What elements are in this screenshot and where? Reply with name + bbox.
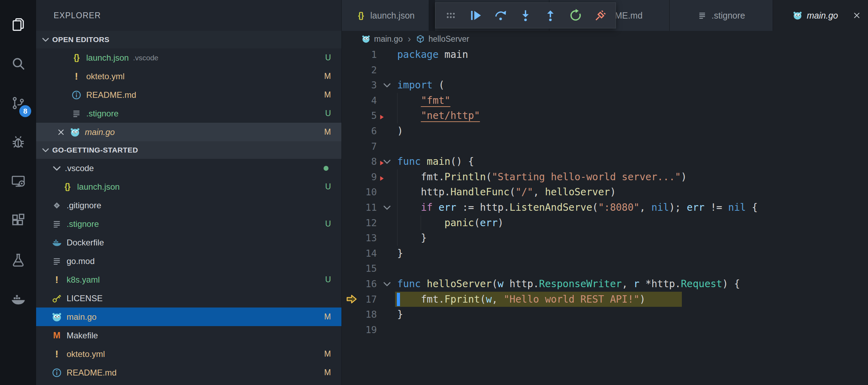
gripper-icon: [443, 8, 458, 23]
tree-item-main.go[interactable]: main.goM: [36, 308, 341, 326]
tree-item-README.md[interactable]: README.mdM: [36, 363, 341, 382]
code-line-content: [397, 62, 868, 78]
code-line-12[interactable]: 12panic(err): [342, 215, 868, 231]
code-line-14[interactable]: 14}: [342, 246, 868, 261]
section-folder-root[interactable]: GO-GETTING-STARTED: [36, 141, 341, 159]
code-line-16[interactable]: 16func helloServer(w http.ResponseWriter…: [342, 276, 868, 292]
makefile-icon: M: [52, 330, 62, 341]
open-editor-launch.json[interactable]: {}launch.json.vscodeU: [36, 48, 341, 67]
code-line-6[interactable]: 6): [342, 123, 868, 139]
activity-item-docker[interactable]: [0, 280, 36, 319]
close-icon[interactable]: [55, 126, 67, 138]
debug-step-over-button[interactable]: [489, 5, 512, 26]
code-line-19[interactable]: 19: [342, 322, 868, 338]
sidebar-title: EXPLORER: [36, 0, 341, 31]
code-line-18[interactable]: 18}: [342, 307, 868, 322]
debug-step-out-button[interactable]: [539, 5, 562, 26]
code-line-5[interactable]: 5"net/http": [342, 108, 868, 123]
changes-dot: [324, 166, 328, 171]
debug-drag-handle-button[interactable]: [439, 5, 462, 26]
git-status-badge: M: [321, 349, 331, 359]
fold-chevron-icon[interactable]: [382, 279, 392, 289]
tree-item-Dockerfile[interactable]: Dockerfile: [36, 233, 341, 252]
code-token: w: [498, 278, 504, 290]
close-icon[interactable]: [851, 10, 862, 21]
open-editor-main.go[interactable]: main.goM: [36, 123, 341, 141]
open-editor-okteto.yml[interactable]: !okteto.ymlM: [36, 67, 341, 86]
tree-folder-.vscode[interactable]: .vscode: [36, 159, 341, 177]
open-editor-README.md[interactable]: README.mdM: [36, 86, 341, 104]
tree-item-launch.json[interactable]: {}launch.jsonU: [36, 177, 341, 196]
open-editor-.stignore[interactable]: .stignoreU: [36, 104, 341, 123]
code-token: helloServer: [427, 278, 491, 290]
activity-item-remote-explorer[interactable]: [0, 162, 36, 201]
tree-item-go.mod[interactable]: go.mod: [36, 252, 341, 270]
activity-item-run-and-debug[interactable]: [0, 123, 36, 162]
file-label: okteto.yml: [86, 72, 124, 81]
activity-item-search[interactable]: [0, 44, 36, 83]
code-line-13[interactable]: 13}: [342, 230, 868, 246]
line-number: 7: [361, 139, 377, 154]
step-into-icon: [518, 8, 533, 23]
section-open-editors[interactable]: OPEN EDITORS: [36, 31, 341, 48]
code-line-7[interactable]: 7: [342, 139, 868, 154]
fold-chevron-icon[interactable]: [382, 203, 392, 212]
code-line-content: [397, 322, 868, 338]
code-token: ,: [492, 293, 504, 305]
debug-restart-button[interactable]: [564, 5, 587, 26]
code-area[interactable]: 1package main23import (4"fmt"5"net/http"…: [342, 47, 868, 385]
code-line-3[interactable]: 3import (: [342, 77, 868, 93]
activity-item-testing[interactable]: [0, 241, 36, 280]
tree-item-LICENSE[interactable]: LICENSE: [36, 289, 341, 308]
code-line-9[interactable]: 9fmt.Println("Starting hello-world serve…: [342, 169, 868, 185]
code-token: (: [492, 278, 498, 290]
sidebar-sections: OPEN EDITORS{}launch.json.vscodeU!okteto…: [36, 31, 341, 382]
line-number: 10: [361, 184, 377, 200]
code-line-4[interactable]: 4"fmt": [342, 93, 868, 108]
tree-item-k8s.yaml[interactable]: !k8s.yamlU: [36, 270, 341, 289]
indent-guide: [397, 215, 421, 231]
code-line-11[interactable]: 11if err := http.ListenAndServe(":8080",…: [342, 200, 868, 215]
fold-chevron-icon[interactable]: [382, 80, 392, 90]
line-number: 4: [361, 93, 377, 108]
code-line-1[interactable]: 1package main: [342, 47, 868, 62]
tree-item-.stignore[interactable]: .stignoreU: [36, 215, 341, 233]
file-label: .stignore: [86, 109, 118, 119]
file-label: launch.json: [77, 182, 120, 192]
breadcrumb-item-helloServer[interactable]: helloServer: [416, 34, 469, 44]
code-token: "/": [515, 186, 533, 198]
debug-continue-button[interactable]: [464, 5, 487, 26]
activity-item-source-control[interactable]: 8: [0, 83, 36, 123]
tree-item-okteto.yml[interactable]: !okteto.ymlM: [36, 345, 341, 363]
debug-disconnect-button[interactable]: [589, 5, 612, 26]
activity-item-extensions[interactable]: [0, 201, 36, 241]
file-label: .vscode: [65, 163, 94, 173]
code-line-10[interactable]: 10http.HandleFunc("/", helloServer): [342, 184, 868, 200]
debug-toolbar: [435, 2, 616, 28]
line-number: 15: [361, 261, 377, 276]
code-line-2[interactable]: 2: [342, 62, 868, 78]
gutter-decorations: [377, 62, 397, 78]
file-detail: .vscode: [133, 54, 158, 62]
tab-launch.json[interactable]: {}launch.json: [342, 0, 429, 31]
code-token: nil: [651, 202, 669, 213]
tree-item-.gitignore[interactable]: .gitignore: [36, 196, 341, 215]
debug-step-into-button[interactable]: [514, 5, 537, 26]
breadcrumb-item-main.go[interactable]: main.go: [361, 34, 403, 44]
git-status-badge: M: [321, 368, 331, 377]
code-token: ): [498, 217, 504, 229]
code-token: () {: [450, 156, 474, 167]
code-line-17[interactable]: 17fmt.Fprint(w, "Hello world REST API!"): [342, 292, 868, 307]
code-token: err: [439, 202, 456, 213]
code-line-content: package main: [397, 47, 868, 62]
tab-main.go[interactable]: main.go: [773, 0, 868, 31]
tab-.stignore[interactable]: .stignore: [670, 0, 773, 31]
docker-file-icon: [52, 237, 62, 248]
code-line-8[interactable]: 8func main() {: [342, 154, 868, 169]
git-status-badge: U: [321, 182, 331, 191]
tree-item-Makefile[interactable]: MMakefile: [36, 326, 341, 345]
code-token: panic: [445, 217, 474, 229]
code-token: [421, 156, 427, 167]
code-line-15[interactable]: 15: [342, 261, 868, 276]
activity-item-explorer[interactable]: [0, 5, 36, 44]
